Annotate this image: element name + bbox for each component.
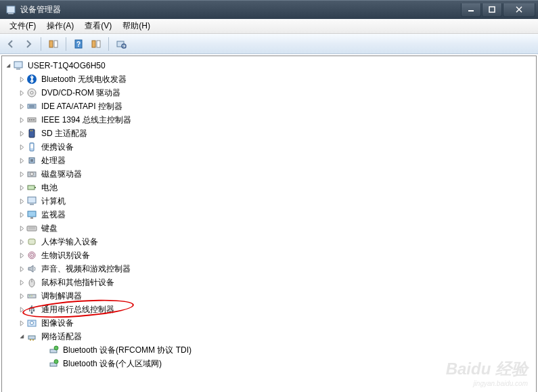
tree-item-label: 人体学输入设备 [40, 236, 99, 248]
tree-item[interactable]: 图像设备 [2, 316, 536, 330]
ieee-icon [26, 114, 37, 125]
bluetooth-icon [26, 74, 37, 85]
tree-item[interactable]: 通用串行总线控制器 [2, 303, 536, 316]
tree-item-label: 声音、视频和游戏控制器 [40, 263, 132, 276]
expand-toggle[interactable] [18, 252, 25, 259]
tree-item-label: IDE ATA/ATAPI 控制器 [40, 100, 124, 113]
expand-toggle[interactable] [18, 306, 25, 313]
tree-child-item[interactable]: Bluetooth 设备(RFCOMM 协议 TDI) [2, 343, 536, 357]
forward-button[interactable] [20, 36, 37, 52]
window-controls [460, 3, 535, 17]
tree-item-label: 电池 [40, 181, 59, 194]
tree-item[interactable]: 人体学输入设备 [2, 235, 536, 248]
expand-toggle[interactable] [18, 238, 25, 245]
expand-toggle[interactable] [18, 184, 25, 191]
tree-child-label: Bluetooth 设备(个人区域网) [62, 357, 163, 370]
expand-toggle[interactable] [18, 157, 25, 164]
svg-rect-6 [49, 41, 53, 47]
tree-item-label: 鼠标和其他指针设备 [40, 276, 116, 289]
expand-toggle[interactable] [18, 89, 25, 96]
portable-icon [26, 141, 37, 152]
expand-toggle[interactable] [18, 103, 25, 110]
help-button[interactable]: ? [70, 36, 87, 52]
properties-button[interactable] [88, 36, 104, 52]
menu-help[interactable]: 帮助(H) [117, 19, 156, 33]
tree-item-label: SD 主适配器 [40, 127, 89, 140]
expand-toggle[interactable] [18, 333, 25, 340]
svg-rect-1 [8, 13, 14, 14]
tree-item-label: 网络适配器 [40, 330, 83, 343]
expand-toggle[interactable] [18, 265, 25, 272]
menu-file[interactable]: 文件(F) [4, 19, 41, 33]
tree-item[interactable]: Bluetooth 无线电收发器 [2, 72, 536, 86]
monitor-icon [26, 209, 37, 220]
device-tree: USER-T1Q4OG6H50 Bluetooth 无线电收发器 DVD/CD-… [2, 59, 536, 370]
computer-icon [26, 196, 37, 206]
maximize-button[interactable] [482, 3, 502, 17]
tree-child-label: Bluetooth 设备(RFCOMM 协议 TDI) [62, 344, 193, 357]
tree-item[interactable]: 键盘 [2, 221, 536, 235]
tree-item[interactable]: 网络适配器 [2, 330, 536, 343]
root-label: USER-T1Q4OG6H50 [26, 60, 107, 71]
dvd-icon [26, 87, 37, 98]
svg-rect-0 [7, 6, 15, 13]
expand-toggle[interactable] [18, 171, 25, 177]
svg-text:?: ? [76, 41, 81, 48]
menu-action[interactable]: 操作(A) [41, 19, 79, 33]
expand-toggle[interactable] [18, 76, 25, 83]
tree-item[interactable]: IEEE 1394 总线主控制器 [2, 113, 536, 127]
svg-line-14 [125, 47, 126, 48]
expand-toggle[interactable] [5, 62, 12, 69]
expand-toggle[interactable] [18, 144, 25, 150]
disk-icon [26, 169, 37, 179]
close-button[interactable] [503, 3, 535, 17]
tree-item-label: 生物识别设备 [40, 249, 91, 262]
tree-item[interactable]: 监视器 [2, 208, 536, 221]
tree-item[interactable]: DVD/CD-ROM 驱动器 [2, 86, 536, 100]
expand-toggle[interactable] [18, 198, 25, 204]
expand-toggle[interactable] [18, 225, 25, 232]
tree-item[interactable]: SD 主适配器 [2, 127, 536, 140]
toolbar-separator [41, 37, 41, 51]
network-icon [26, 331, 37, 342]
expand-toggle[interactable] [18, 130, 25, 137]
biometric-icon [26, 250, 37, 261]
show-hide-button[interactable] [45, 36, 62, 52]
battery-icon [26, 182, 37, 193]
tree-item-label: 图像设备 [40, 317, 75, 330]
tree-child-item[interactable]: Bluetooth 设备(个人区域网) [2, 357, 536, 370]
tree-item[interactable]: 生物识别设备 [2, 248, 536, 262]
menu-bar: 文件(F) 操作(A) 查看(V) 帮助(H) [0, 19, 538, 34]
tree-panel[interactable]: USER-T1Q4OG6H50 Bluetooth 无线电收发器 DVD/CD-… [1, 56, 537, 392]
tree-item-label: DVD/CD-ROM 驱动器 [40, 87, 122, 100]
tree-item[interactable]: 处理器 [2, 154, 536, 167]
sd-icon [26, 128, 37, 139]
tree-item[interactable]: 磁盘驱动器 [2, 167, 536, 181]
tree-item-label: 通用串行总线控制器 [40, 303, 116, 316]
svg-rect-7 [54, 41, 58, 47]
tree-item[interactable]: 电池 [2, 181, 536, 194]
tree-item[interactable]: 调制解调器 [2, 289, 536, 303]
hid-icon [26, 236, 37, 247]
tree-item[interactable]: IDE ATA/ATAPI 控制器 [2, 100, 536, 113]
tree-item-label: IEEE 1394 总线主控制器 [40, 114, 133, 127]
tree-item[interactable]: 声音、视频和游戏控制器 [2, 262, 536, 276]
cpu-icon [26, 155, 37, 166]
expand-toggle[interactable] [18, 116, 25, 123]
usb-icon [26, 304, 37, 315]
expand-toggle[interactable] [18, 279, 25, 286]
expand-toggle[interactable] [18, 320, 25, 326]
scan-button[interactable] [113, 36, 129, 52]
minimize-button[interactable] [461, 3, 481, 17]
back-button[interactable] [3, 36, 19, 52]
tree-item[interactable]: 鼠标和其他指针设备 [2, 276, 536, 289]
menu-view[interactable]: 查看(V) [79, 19, 117, 33]
expand-toggle[interactable] [18, 211, 25, 218]
expand-toggle[interactable] [18, 292, 25, 299]
tree-item-label: 便携设备 [40, 141, 75, 154]
tree-item[interactable]: 计算机 [2, 194, 536, 208]
tree-item-label: 处理器 [40, 154, 67, 167]
image-icon [26, 318, 37, 328]
tree-item[interactable]: 便携设备 [2, 140, 536, 154]
tree-root[interactable]: USER-T1Q4OG6H50 [2, 59, 536, 72]
